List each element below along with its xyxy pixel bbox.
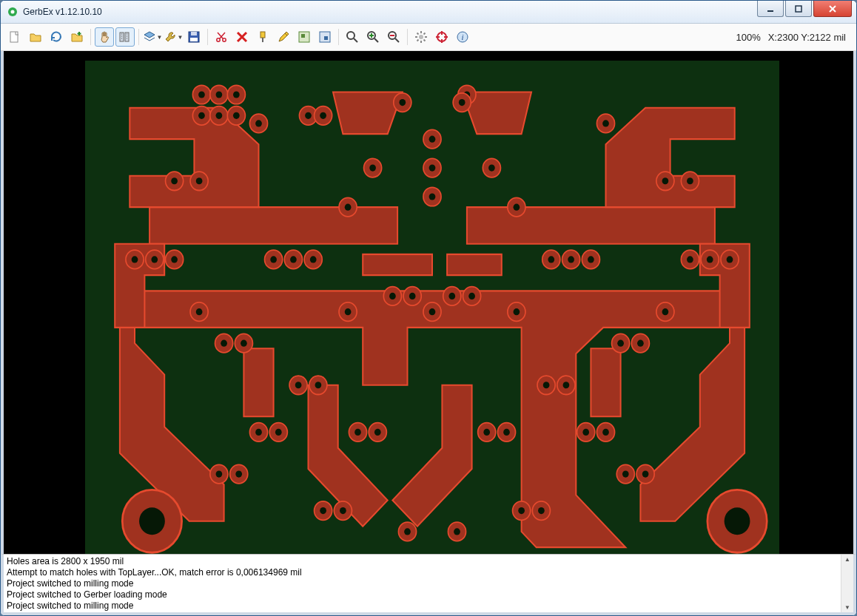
new-file-button[interactable] [5,27,24,47]
drill-icon [256,30,269,44]
svg-point-114 [483,429,490,436]
svg-point-142 [171,177,178,184]
coord-readout: X:2300 Y:2122 mil [768,32,852,43]
save-button[interactable] [184,27,204,47]
svg-rect-12 [261,32,265,38]
svg-text:i: i [461,33,463,41]
svg-point-120 [602,429,609,436]
svg-point-1 [11,10,15,14]
cut-button[interactable] [212,27,231,47]
main-toolbar: ▼▼i 100% X:2300 Y:2122 mil [1,24,856,51]
hand-icon [98,30,111,44]
svg-point-60 [151,256,158,263]
svg-point-130 [320,507,326,514]
toolbar-separator [338,29,339,45]
zoom-button[interactable] [343,27,362,47]
toolbar-separator [207,29,208,45]
pan-button[interactable] [95,27,114,47]
svg-point-154 [399,99,406,106]
svg-point-110 [354,429,361,436]
measure-icon [118,30,132,44]
svg-point-162 [429,308,436,315]
svg-point-34 [233,91,240,98]
svg-point-48 [429,193,436,200]
log-output[interactable]: Holes area is 2800 x 1950 milAttempt to … [4,555,841,612]
svg-point-92 [241,340,247,347]
log-scrollbar[interactable]: ▲ ▼ [841,555,853,612]
svg-point-86 [448,293,455,299]
svg-point-102 [543,382,550,388]
close-button[interactable] [813,1,852,17]
pencil-button[interactable] [274,27,293,47]
svg-point-80 [588,256,594,263]
zoom-in-button[interactable] [363,27,383,47]
origin-button[interactable] [432,27,451,47]
toolbar-separator [138,29,139,45]
app-window: GerbEx v1.12.10.10 ▼▼i 100% X:2300 Y:212… [0,0,857,616]
svg-point-160 [255,120,262,126]
minimize-button[interactable] [757,1,784,17]
svg-point-30 [198,91,205,98]
svg-rect-14 [301,34,305,38]
svg-point-56 [488,164,495,171]
caption-buttons [757,1,856,23]
svg-point-76 [548,256,554,263]
zoom-out-button[interactable] [384,27,403,47]
svg-point-46 [429,164,436,171]
area1-button[interactable] [295,27,314,47]
svg-point-156 [459,99,466,106]
layers-icon [143,30,156,44]
svg-point-150 [345,204,352,211]
layers-button[interactable]: ▼ [143,27,162,47]
svg-point-64 [687,256,693,263]
scissors-icon [215,30,228,44]
reload-button[interactable] [47,27,66,47]
maximize-button[interactable] [785,1,812,17]
log-line: Project switched to milling mode [7,578,838,589]
svg-point-78 [568,256,574,263]
zoom-in-icon [366,30,380,44]
window-title: GerbEx v1.12.10.10 [23,7,757,17]
svg-point-38 [216,112,223,119]
scroll-up-icon[interactable]: ▲ [844,556,850,563]
info-button[interactable]: i [453,27,472,47]
svg-point-54 [369,164,376,171]
tools-button[interactable]: ▼ [164,27,183,47]
chevron-down-icon: ▼ [157,34,163,41]
svg-point-164 [345,308,352,315]
wrench-icon [164,30,177,44]
log-line: Holes area is 2800 x 1950 mil [7,556,838,567]
folder-add-icon [70,30,84,44]
floppy-icon [187,30,201,44]
delete-button[interactable] [232,27,252,47]
toolbar-separator [407,29,408,45]
drill-button[interactable] [253,27,272,47]
svg-point-136 [538,507,545,514]
svg-point-144 [196,177,203,184]
folder-add-button[interactable] [67,27,87,47]
svg-point-116 [503,429,510,436]
open-file-button[interactable] [26,27,45,47]
pcb-viewport[interactable] [1,51,856,554]
toolbar-separator [90,29,91,45]
svg-point-68 [727,256,733,263]
measure-button[interactable] [115,27,135,47]
svg-point-66 [707,256,713,263]
pcb-board[interactable] [85,61,779,554]
svg-point-118 [582,429,589,436]
title-bar[interactable]: GerbEx v1.12.10.10 [1,1,856,24]
svg-point-32 [216,91,223,98]
svg-point-128 [642,470,649,477]
svg-point-28 [725,507,750,535]
log-line: Attempt to match holes with TopLayer...O… [7,567,838,578]
scroll-down-icon[interactable]: ▼ [844,604,850,611]
settings-button[interactable] [411,27,431,47]
svg-rect-2 [767,10,773,12]
svg-point-152 [514,204,520,211]
area2-button[interactable] [315,27,335,47]
area1-icon [298,30,311,44]
area2-icon [318,30,332,44]
svg-point-134 [518,507,525,514]
svg-rect-9 [190,38,198,41]
svg-point-104 [563,382,570,388]
